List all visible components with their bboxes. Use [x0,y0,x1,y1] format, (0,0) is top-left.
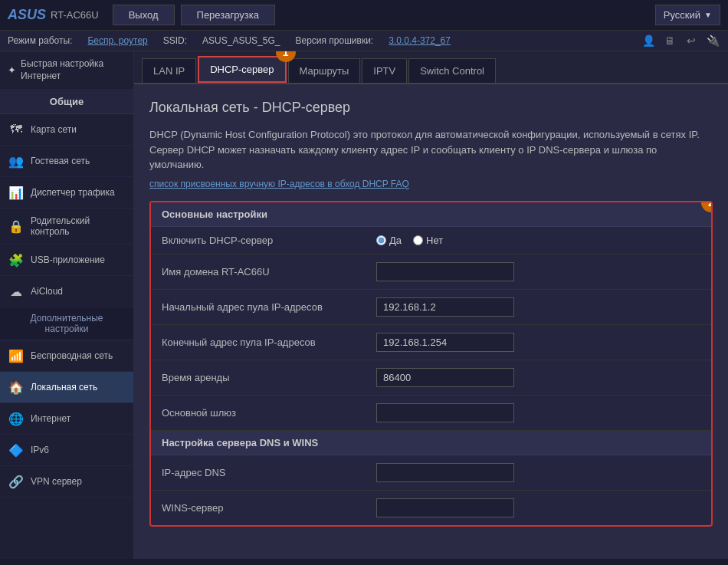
sidebar-item-guest-network[interactable]: 👥 Гостевая сеть [0,146,133,177]
sidebar-item-vpn[interactable]: 🔗 VPN сервер [0,466,133,498]
value-enable-dhcp: Да Нет [376,235,700,246]
parental-control-icon: 🔒 [8,218,25,235]
main-layout: ✦ Быстрая настройка Интернет Общие 🗺 Кар… [0,51,728,559]
top-bar: ASUS RT-AC66U Выход Перезагрузка Русский… [0,0,728,31]
value-lease-time [376,368,700,387]
settings-row-gateway: Основной шлюз [151,396,711,431]
wireless-icon: 📶 [8,347,25,364]
tab-routes[interactable]: Маршруты [288,58,361,83]
sidebar-item-lan[interactable]: 🏠 Локальная сеть [0,372,133,403]
settings-row-lease-time: Время аренды [151,360,711,396]
settings-box: 2 Основные настройки Включить DHCP-серве… [149,201,713,527]
tab-dhcp[interactable]: DHCP-сервер [198,56,286,83]
label-wins-server: WINS-сервер [162,502,376,514]
logo: ASUS RT-AC66U [8,7,99,23]
sidebar-label-parental-control: Родительский контроль [31,215,126,237]
sidebar-label-ipv6: IPv6 [31,445,49,455]
radio-yes-input[interactable] [376,235,386,245]
network-map-icon: 🗺 [8,121,25,138]
input-dns-ip[interactable] [376,463,514,482]
sidebar-item-wireless[interactable]: 📶 Беспроводная сеть [0,340,133,372]
firmware-value[interactable]: 3.0.0.4-372_67 [389,35,451,46]
value-ip-pool-end [376,333,700,352]
router-icon: 🔌 [705,34,720,47]
input-gateway[interactable] [376,403,514,422]
sidebar-label-aicloud: AiCloud [31,286,63,297]
settings-row-ip-pool-start: Начальный адрес пула IP-адресов [151,290,711,325]
sidebar-section-general: Общие [0,90,133,114]
language-label: Русский [664,9,700,21]
monitor-icon: 🖥 [662,34,677,47]
content-area: LAN IP DHCP-сервер 1 Маршруты IPTV Switc… [134,51,728,559]
quick-setup-icon: ✦ [8,64,16,76]
sidebar-item-aicloud[interactable]: ☁ AiCloud [0,276,133,307]
sidebar-label-traffic-manager: Диспетчер трафика [31,187,115,198]
ssid-value: ASUS_ASUS_5G_ [202,35,280,46]
sidebar-item-network-map[interactable]: 🗺 Карта сети [0,114,133,146]
mode-value[interactable]: Беспр. роутер [87,35,147,46]
sidebar-label-vpn: VPN сервер [31,476,82,487]
mode-label: Режим работы: [8,35,72,46]
radio-yes-label: Да [389,235,402,246]
sidebar-item-ipv6[interactable]: 🔷 IPv6 [0,435,133,466]
sidebar-item-parental-control[interactable]: 🔒 Родительский контроль [0,209,133,245]
chevron-down-icon: ▼ [704,11,712,19]
value-wins-server [376,498,700,517]
logo-asus: ASUS [8,7,46,23]
sidebar: ✦ Быстрая настройка Интернет Общие 🗺 Кар… [0,51,134,559]
dns-wins-header: Настройка сервера DNS и WINS [151,431,711,455]
value-gateway [376,403,700,422]
quick-setup-label: Быстрая настройка Интернет [21,58,126,82]
label-dns-ip: IP-адрес DNS [162,467,376,478]
label-gateway: Основной шлюз [162,407,376,419]
input-domain-name[interactable] [376,262,514,281]
radio-no[interactable]: Нет [413,235,443,246]
page-description: DHCP (Dynamic Host Configuration Protoco… [149,127,713,172]
radio-no-input[interactable] [413,235,423,245]
sidebar-item-internet[interactable]: 🌐 Интернет [0,403,133,435]
settings-row-ip-pool-end: Конечный адрес пула IP-адресов [151,325,711,360]
label-ip-pool-end: Конечный адрес пула IP-адресов [162,337,376,348]
tab-lan-ip[interactable]: LAN IP [142,58,196,83]
internet-icon: 🌐 [8,410,25,427]
sidebar-item-quick-setup[interactable]: ✦ Быстрая настройка Интернет [0,51,133,90]
tabs-bar: LAN IP DHCP-сервер 1 Маршруты IPTV Switc… [134,51,728,84]
sidebar-item-traffic-manager[interactable]: 📊 Диспетчер трафика [0,177,133,209]
vpn-icon: 🔗 [8,473,25,490]
sidebar-label-guest-network: Гостевая сеть [31,156,90,166]
sidebar-label-network-map: Карта сети [31,124,77,135]
label-lease-time: Время аренды [162,372,376,383]
input-lease-time[interactable] [376,368,514,387]
tab-switch-control[interactable]: Switch Control [408,58,496,83]
reboot-button[interactable]: Перезагрузка [181,5,275,25]
input-ip-pool-end[interactable] [376,333,514,352]
usb-app-icon: 🧩 [8,251,25,268]
tab-iptv[interactable]: IPTV [362,58,407,83]
settings-row-dns-ip: IP-адрес DNS [151,455,711,491]
sidebar-item-usb-app[interactable]: 🧩 USB-приложение [0,245,133,276]
ipv6-icon: 🔷 [8,442,25,458]
sidebar-label-lan: Локальная сеть [31,382,97,393]
input-ip-pool-start[interactable] [376,297,514,317]
aicloud-icon: ☁ [8,283,25,300]
language-selector[interactable]: Русский ▼ [655,5,720,25]
value-ip-pool-start [376,297,700,317]
sidebar-section-advanced: Дополнительные настройки [0,307,133,340]
input-wins-server[interactable] [376,498,514,517]
basic-settings-header: Основные настройки [151,202,711,227]
status-bar: Режим работы: Беспр. роутер SSID: ASUS_A… [0,31,728,51]
dhcp-faq-link[interactable]: список присвоенных вручную IP-адресов в … [149,179,713,189]
sidebar-label-usb-app: USB-приложение [31,255,105,265]
sidebar-label-wireless: Беспроводная сеть [31,350,113,361]
value-domain-name [376,262,700,281]
back-icon: ↩ [684,34,699,47]
settings-row-wins-server: WINS-сервер [151,491,711,525]
radio-yes[interactable]: Да [376,235,402,246]
user-icon: 👤 [641,34,656,47]
radio-no-label: Нет [426,235,443,246]
label-enable-dhcp: Включить DHCP-сервер [162,235,376,246]
firmware-label: Версия прошивки: [295,35,373,46]
exit-button[interactable]: Выход [113,5,175,25]
label-domain-name: Имя домена RT-AC66U [162,266,376,278]
label-ip-pool-start: Начальный адрес пула IP-адресов [162,301,376,313]
